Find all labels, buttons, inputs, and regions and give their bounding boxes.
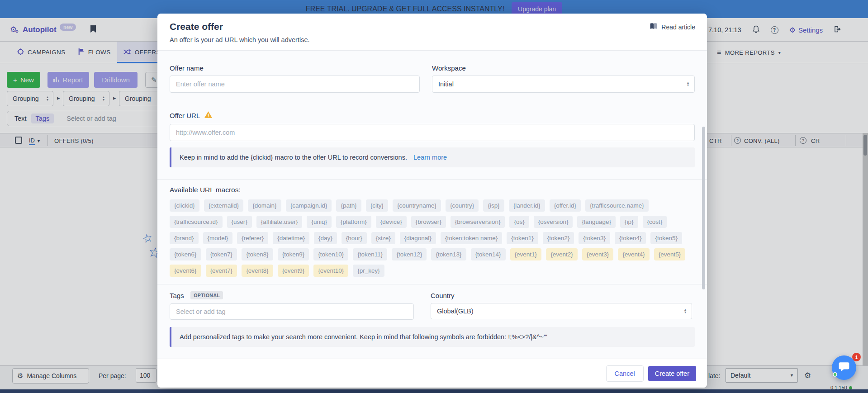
macro-chip[interactable]: {event2} <box>546 248 578 260</box>
modal-subtitle: An offer is your ad URL which you will a… <box>170 36 695 43</box>
macro-chip[interactable]: {day} <box>314 232 337 244</box>
section-divider <box>157 284 707 284</box>
select-chevrons-icon: ▴▾ <box>687 81 689 87</box>
macro-chip[interactable]: {brand} <box>170 232 199 244</box>
macro-chip[interactable]: {event8} <box>242 265 273 277</box>
modal-body: Offer name Workspace Initial ▴▾ Offer UR… <box>157 51 707 347</box>
macro-chip[interactable]: {isp} <box>483 199 504 212</box>
macro-chip[interactable]: {device} <box>376 216 407 228</box>
macro-chip[interactable]: {os} <box>509 216 529 228</box>
cancel-button[interactable]: Cancel <box>606 365 644 382</box>
tags-input[interactable] <box>170 303 414 320</box>
country-label: Country <box>431 292 692 299</box>
offer-name-label: Offer name <box>170 64 420 72</box>
macro-chip[interactable]: {token2} <box>543 232 574 244</box>
macro-chip[interactable]: {token11} <box>353 248 387 260</box>
create-offer-modal: Create offer An offer is your ad URL whi… <box>157 14 707 388</box>
macro-chip[interactable]: {token10} <box>313 248 348 260</box>
macro-chip[interactable]: {token:token name} <box>441 232 502 244</box>
macro-chip[interactable]: {platform} <box>336 216 371 228</box>
macro-chip[interactable]: {event7} <box>206 265 237 277</box>
macro-chip[interactable]: {lander.id} <box>509 199 545 212</box>
macro-chip[interactable]: {size} <box>371 232 395 244</box>
macro-chip[interactable]: {token4} <box>615 232 646 244</box>
book-icon <box>650 23 658 31</box>
optional-badge: OPTIONAL <box>190 291 223 299</box>
tags-note: Add personalized tags to make your searc… <box>170 327 695 347</box>
macro-chip[interactable]: {token13} <box>431 248 466 260</box>
macro-chip[interactable]: {event3} <box>582 248 614 260</box>
macro-chip[interactable]: {token9} <box>278 248 309 260</box>
offer-url-label: Offer URL <box>170 112 200 119</box>
macro-chip[interactable]: {referer} <box>237 232 268 244</box>
macro-chip[interactable]: {trafficsource.id} <box>170 216 223 228</box>
macro-chip[interactable]: {model} <box>203 232 233 244</box>
macro-chip[interactable]: {language} <box>577 216 616 228</box>
select-chevrons-icon: ▴▾ <box>684 308 686 314</box>
chat-online-dot <box>833 372 837 377</box>
macro-chip[interactable]: {event6} <box>170 265 201 277</box>
modal-header: Create offer An offer is your ad URL whi… <box>157 14 707 51</box>
macro-chip[interactable]: {browserversion} <box>451 216 505 228</box>
macro-chip[interactable]: {countryname} <box>393 199 441 212</box>
warning-icon <box>204 111 213 120</box>
macro-chip[interactable]: {token8} <box>242 248 273 260</box>
section-divider <box>157 179 707 180</box>
macro-chip[interactable]: {cost} <box>643 216 667 228</box>
macro-chip[interactable]: {diagonal} <box>400 232 436 244</box>
macro-chip[interactable]: {event5} <box>654 248 686 260</box>
macro-chip[interactable]: {token6} <box>170 248 201 260</box>
chat-bubble-icon <box>838 361 850 374</box>
macro-chip[interactable]: {hour} <box>342 232 367 244</box>
macro-chip[interactable]: {event1} <box>510 248 542 260</box>
macro-chip[interactable]: {pr_key} <box>353 265 384 277</box>
offer-name-input[interactable] <box>170 76 420 93</box>
macro-chip[interactable]: {datetime} <box>273 232 309 244</box>
macro-chip[interactable]: {ip} <box>620 216 638 228</box>
workspace-label: Workspace <box>432 64 695 72</box>
macro-chip[interactable]: {event9} <box>278 265 309 277</box>
macro-chip[interactable]: {affiliate.user} <box>256 216 303 228</box>
create-offer-button[interactable]: Create offer <box>648 366 696 381</box>
macro-chip[interactable]: {offer.id} <box>550 199 581 212</box>
read-article-link[interactable]: Read article <box>650 23 695 31</box>
macros-list: {clickid}{externalid}{domain}{campaign.i… <box>170 199 692 277</box>
modal-scrollbar-thumb[interactable] <box>702 127 705 289</box>
macro-chip[interactable]: {token1} <box>507 232 538 244</box>
macro-chip[interactable]: {token3} <box>579 232 610 244</box>
country-select[interactable]: Global(GLB) ▴▾ <box>431 303 692 319</box>
macro-chip[interactable]: {user} <box>227 216 252 228</box>
macro-chip[interactable]: {uniq} <box>307 216 332 228</box>
macro-chip[interactable]: {clickid} <box>170 199 199 212</box>
learn-more-link[interactable]: Learn more <box>413 154 447 161</box>
workspace-select[interactable]: Initial ▴▾ <box>432 76 695 93</box>
macro-chip[interactable]: {token12} <box>392 248 427 260</box>
macro-chip[interactable]: {token5} <box>650 232 682 244</box>
macro-chip[interactable]: {event4} <box>618 248 650 260</box>
clickid-note: Keep in mind to add the {clickid} macro … <box>170 147 695 167</box>
tags-label: Tags <box>170 292 184 299</box>
macro-chip[interactable]: {city} <box>366 199 388 212</box>
macro-chip[interactable]: {externalid} <box>204 199 244 212</box>
macros-title: Available URL macros: <box>170 186 695 194</box>
macro-chip[interactable]: {token14} <box>471 248 506 260</box>
macro-chip[interactable]: {trafficsource.name} <box>585 199 649 212</box>
macro-chip[interactable]: {event10} <box>313 265 348 277</box>
macro-chip[interactable]: {browser} <box>411 216 446 228</box>
macro-chip[interactable]: {path} <box>336 199 361 212</box>
modal-footer: Cancel Create offer <box>157 359 707 388</box>
macro-chip[interactable]: {country} <box>446 199 479 212</box>
macro-chip[interactable]: {campaign.id} <box>286 199 332 212</box>
macro-chip[interactable]: {osversion} <box>534 216 573 228</box>
modal-title: Create offer <box>170 21 695 32</box>
macro-chip[interactable]: {token7} <box>206 248 237 260</box>
offer-url-input[interactable] <box>170 124 695 141</box>
macro-chip[interactable]: {domain} <box>248 199 281 212</box>
chat-unread-badge: 1 <box>852 353 861 361</box>
